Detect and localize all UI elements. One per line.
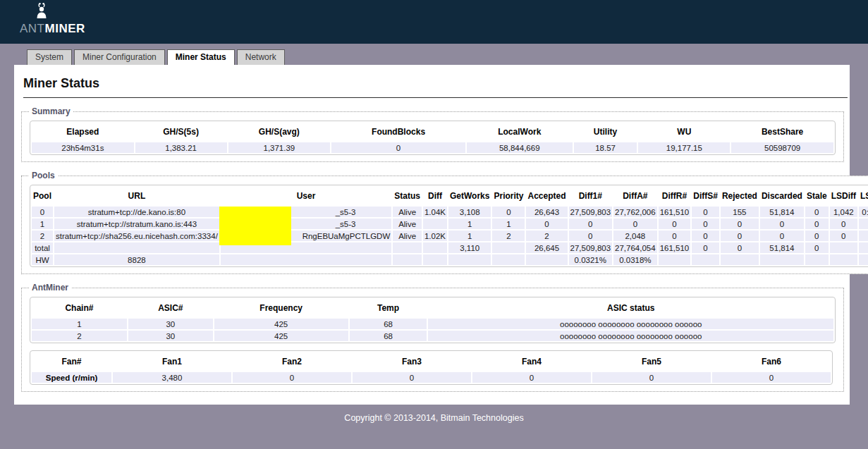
pool-lsdiff xyxy=(830,242,857,253)
summary-ghsavg: 1,371.39 xyxy=(228,142,331,153)
brand-miner: MINER xyxy=(45,22,85,35)
tab-bar: System Miner Configuration Miner Status … xyxy=(0,49,868,65)
pool-diffs xyxy=(692,254,719,265)
chain-temp: 68 xyxy=(350,331,427,341)
pool-accepted: 2 xyxy=(526,230,567,241)
column-header: Chain# xyxy=(32,299,127,317)
column-header: BestShare xyxy=(731,123,833,141)
column-header: FoundBlocks xyxy=(331,123,465,141)
pool-stale: 0 xyxy=(805,242,829,253)
page-footer: Copyright © 2013-2014, Bitmain Technolog… xyxy=(0,405,868,423)
pool-priority xyxy=(492,254,525,265)
pool-diffr: 161,510 xyxy=(659,242,691,253)
pool-status xyxy=(393,254,422,265)
column-header: Fan4 xyxy=(472,352,591,371)
main-content: Miner Status Summary Elapsed GH/S(5s) GH… xyxy=(14,65,850,405)
column-header: Temp xyxy=(350,299,427,317)
column-header: Fan3 xyxy=(353,352,471,371)
chain-number: 1 xyxy=(32,319,127,329)
tab-network[interactable]: Network xyxy=(237,49,285,65)
pool-user-suffix: _s5-3 xyxy=(336,208,356,216)
chain-frequency: 425 xyxy=(214,331,348,341)
pools-section: Pools Pool URL User Status Diff GetWork xyxy=(21,171,868,274)
pool-getworks: 3,110 xyxy=(448,242,491,253)
pool-diff1: 0 xyxy=(569,219,613,229)
brand-text: ANTMINER xyxy=(20,24,85,34)
pool-rejected: 0 xyxy=(721,219,759,229)
chains-table: Chain# ASIC# Frequency Temp ASIC status … xyxy=(30,297,836,343)
pool-id: 0 xyxy=(32,207,53,217)
column-header: Frequency xyxy=(214,299,348,317)
pool-accepted: 0 xyxy=(526,219,567,229)
app-header: ANTMINER xyxy=(0,0,868,44)
pool-row-total: total 3,110 26,645 27,509,803 27,764,054… xyxy=(32,242,868,253)
fan-speed-label: Speed (r/min) xyxy=(32,372,111,383)
pool-id: 2 xyxy=(32,230,53,241)
column-header: Priority xyxy=(492,187,525,205)
pool-diff: 1.02K xyxy=(423,230,447,241)
summary-ghs5s: 1,383.21 xyxy=(135,142,227,153)
pool-lstime: 0 xyxy=(859,219,868,229)
column-header: Elapsed xyxy=(32,123,134,141)
antminer-section: AntMiner Chain# ASIC# Frequency Temp ASI… xyxy=(21,283,844,392)
column-header: URL xyxy=(54,187,219,205)
pool-accepted: 26,643 xyxy=(526,207,567,217)
tab-system[interactable]: System xyxy=(27,49,72,65)
tab-miner-configuration[interactable]: Miner Configuration xyxy=(74,49,165,65)
pool-user-suffix: RngEBUaMgPCTLGDW xyxy=(302,232,391,240)
antminer-logo: ANTMINER xyxy=(20,3,85,34)
pool-diff xyxy=(423,219,447,229)
fans-table: Fan# Fan1 Fan2 Fan3 Fan4 Fan5 Fan6 Speed… xyxy=(30,350,833,385)
pool-diff1: 0 xyxy=(569,230,613,241)
pool-discarded xyxy=(760,254,804,265)
column-header: Utility xyxy=(574,123,637,141)
column-header: Fan6 xyxy=(712,352,831,371)
pool-getworks: 3,108 xyxy=(448,207,491,217)
pool-diffr: 0 xyxy=(659,219,691,229)
pool-url: stratum+tcp://sha256.eu.nicehash.com:333… xyxy=(54,230,219,241)
column-header: LSTime xyxy=(859,187,868,205)
pool-url: stratum+tcp://stratum.kano.is:443 xyxy=(54,219,219,229)
column-header: Fan1 xyxy=(113,352,231,371)
pool-stale: 0 xyxy=(805,219,829,229)
pool-user xyxy=(221,254,391,265)
fan-speed: 0 xyxy=(353,372,471,383)
pool-stale: 0 xyxy=(805,207,829,217)
chain-frequency: 425 xyxy=(214,319,348,329)
column-header: WU xyxy=(638,123,730,141)
chain-asic-status: oooooooo oooooooo oooooooo oooooo xyxy=(428,319,833,329)
pool-row-2: 2 stratum+tcp://sha256.eu.nicehash.com:3… xyxy=(32,230,868,241)
pool-priority: 2 xyxy=(492,230,525,241)
pools-table-wrap: Pool URL User Status Diff GetWorks Prior… xyxy=(29,185,868,267)
pool-user-suffix: _s5-3 xyxy=(336,220,356,228)
column-header: LSDiff xyxy=(830,187,857,205)
pool-diffr xyxy=(659,254,691,265)
pools-legend: Pools xyxy=(29,171,58,180)
column-header: Fan2 xyxy=(233,352,351,371)
pool-row-1: 1 stratum+tcp://stratum.kano.is:443 _s5-… xyxy=(32,219,868,229)
chain-asic-count: 30 xyxy=(128,331,213,341)
pool-accepted: 26,645 xyxy=(526,242,567,253)
pool-lsdiff: 1,042 xyxy=(830,207,857,217)
column-header: Stale xyxy=(805,187,829,205)
pool-discarded: 51,814 xyxy=(760,242,804,253)
column-header: DiffS# xyxy=(692,187,719,205)
pool-diff: 1.04K xyxy=(423,207,447,217)
pool-url: 8828 xyxy=(54,254,219,265)
pool-stale: 0 xyxy=(805,230,829,241)
summary-elapsed: 23h54m31s xyxy=(32,142,134,153)
pool-lstime: 0:00:13 xyxy=(859,207,868,217)
pool-diffa: 0 xyxy=(613,219,657,229)
chains-header-row: Chain# ASIC# Frequency Temp ASIC status xyxy=(32,299,833,317)
pool-status: Alive xyxy=(393,219,422,229)
tab-miner-status[interactable]: Miner Status xyxy=(167,49,235,65)
pool-lstime: 0 xyxy=(859,230,868,241)
summary-localwork: 58,844,669 xyxy=(467,142,573,153)
summary-legend: Summary xyxy=(29,106,73,116)
pool-lsdiff: 0 xyxy=(830,219,857,229)
column-header: DiffA# xyxy=(613,187,657,205)
summary-table: Elapsed GH/S(5s) GH/S(avg) FoundBlocks L… xyxy=(30,121,836,155)
column-header: Fan5 xyxy=(592,352,711,371)
pool-lsdiff xyxy=(830,254,857,265)
pool-status xyxy=(393,242,422,253)
